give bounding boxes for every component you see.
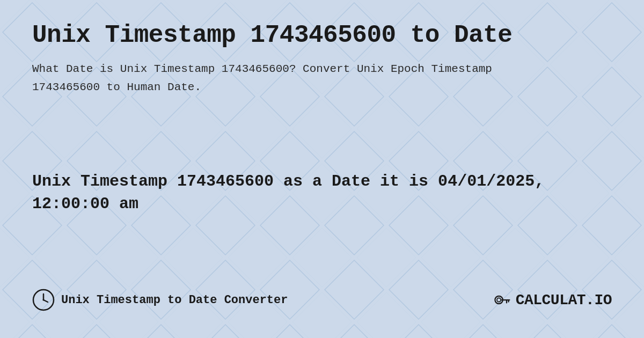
svg-point-10 xyxy=(497,298,501,302)
top-section: Unix Timestamp 1743465600 to Date What D… xyxy=(32,21,612,96)
clock-icon xyxy=(32,289,55,311)
main-content: Unix Timestamp 1743465600 to Date What D… xyxy=(0,0,644,338)
svg-point-8 xyxy=(43,299,45,301)
result-text: Unix Timestamp 1743465600 as a Date it i… xyxy=(32,170,569,215)
calculat-logo: CALCULAT.IO xyxy=(492,290,612,310)
page-title: Unix Timestamp 1743465600 to Date xyxy=(32,21,612,49)
page-description: What Date is Unix Timestamp 1743465600? … xyxy=(32,60,515,96)
result-section: Unix Timestamp 1743465600 as a Date it i… xyxy=(32,96,612,289)
footer-label: Unix Timestamp to Date Converter xyxy=(61,293,288,307)
logo-icon xyxy=(492,290,511,310)
logo-text: CALCULAT.IO xyxy=(516,292,612,308)
footer: Unix Timestamp to Date Converter CALCULA… xyxy=(32,289,612,317)
footer-left: Unix Timestamp to Date Converter xyxy=(32,289,288,311)
